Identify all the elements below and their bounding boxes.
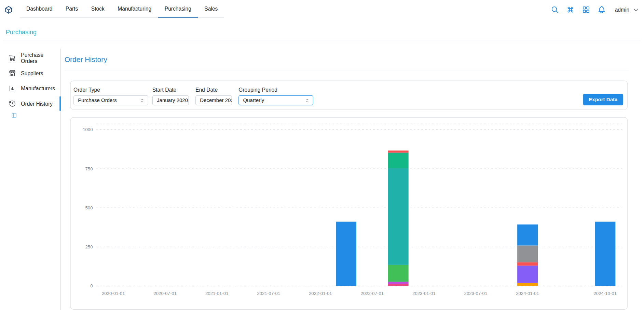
notifications-icon[interactable]: [597, 5, 606, 14]
chart-card: 025050075010002020-01-012020-07-012021-0…: [70, 117, 628, 309]
tab-sales[interactable]: Sales: [198, 0, 224, 17]
sidebar-item-label: Manufacturers: [21, 85, 55, 91]
sidebar-item-label: Suppliers: [21, 70, 43, 76]
sidebar-item-purchase-orders[interactable]: Purchase Orders: [3, 51, 60, 65]
app-logo-icon[interactable]: [4, 5, 13, 14]
y-axis-label: 0: [71, 283, 93, 288]
x-axis-label: 2020-01-01: [95, 291, 132, 296]
sidebar-item-label: Purchase Orders: [21, 52, 60, 64]
end-date-label: End Date: [195, 87, 232, 93]
shopping-cart-icon: [9, 54, 16, 62]
order-type-label: Order Type: [73, 87, 148, 93]
end-date-input[interactable]: December 2024: [195, 95, 232, 105]
grid-line: [96, 247, 622, 247]
start-date-input[interactable]: January 2020: [152, 95, 189, 105]
x-axis-label: 2022-01-01: [302, 291, 339, 296]
grid-line: [96, 208, 622, 208]
tab-dashboard[interactable]: Dashboard: [20, 0, 59, 17]
grouping-period-value: Quarterly: [243, 98, 264, 103]
y-axis-label: 500: [71, 205, 93, 210]
end-date-group: End Date December 2024: [195, 87, 232, 105]
navbar-actions: admin: [550, 0, 640, 19]
start-date-group: Start Date January 2020: [152, 87, 189, 105]
history-icon: [9, 100, 16, 107]
grouping-period-group: Grouping Period Quarterly: [238, 87, 313, 105]
x-axis-label: 2021-07-01: [250, 291, 287, 296]
bar-segment[interactable]: [517, 262, 538, 266]
chevron-down-icon: [632, 6, 640, 13]
bar-segment[interactable]: [388, 168, 408, 265]
app: DashboardPartsStockManufacturingPurchasi…: [0, 0, 644, 310]
grid-line-top: [96, 124, 622, 124]
bar-segment[interactable]: [517, 245, 538, 262]
x-axis-label: 2021-01-01: [198, 291, 235, 296]
grid-line: [96, 130, 622, 130]
export-data-button[interactable]: Export Data: [583, 94, 623, 105]
command-icon[interactable]: [565, 5, 575, 14]
sidebar-item-order-history[interactable]: Order History: [3, 96, 60, 111]
y-axis-label: 750: [71, 166, 93, 171]
x-axis-label: 2022-07-01: [354, 291, 390, 296]
y-axis-label: 1000: [71, 127, 93, 132]
bar-segment[interactable]: [517, 283, 538, 286]
bar-segment[interactable]: [517, 266, 538, 283]
tab-parts[interactable]: Parts: [59, 0, 85, 17]
selector-icon: [304, 97, 310, 103]
sidebar-collapse-icon[interactable]: [11, 112, 17, 119]
x-axis-label: 2024-01-01: [509, 291, 546, 296]
order-type-value: Purchase Orders: [78, 98, 117, 103]
x-axis-label: 2023-01-01: [406, 291, 442, 296]
bar-segment[interactable]: [388, 151, 408, 153]
selector-icon: [139, 97, 145, 103]
bar-segment[interactable]: [388, 153, 408, 168]
histogram-icon: [9, 85, 16, 92]
bar-segment[interactable]: [517, 225, 538, 245]
main-tabs: DashboardPartsStockManufacturingPurchasi…: [20, 0, 224, 17]
sidebar-item-suppliers[interactable]: Suppliers: [3, 66, 60, 80]
y-axis-label: 250: [71, 244, 93, 249]
x-axis-label: 2024-10-01: [587, 291, 624, 296]
navbar: DashboardPartsStockManufacturingPurchasi…: [0, 0, 644, 19]
grid-line: [96, 169, 622, 169]
sidebar-item-manufacturers[interactable]: Manufacturers: [3, 81, 60, 96]
title-divider: [65, 71, 629, 71]
grid-line: [96, 286, 622, 286]
tab-manufacturing[interactable]: Manufacturing: [111, 0, 158, 17]
sidebar-active-indicator: [59, 96, 61, 111]
filter-panel: Order Type Purchase Orders Start Date Ja…: [70, 81, 628, 110]
scan-icon[interactable]: [581, 5, 591, 14]
x-axis-label: 2023-07-01: [457, 291, 494, 296]
tab-stock[interactable]: Stock: [84, 0, 111, 17]
sidebar-divider: [60, 49, 61, 310]
order-type-group: Order Type Purchase Orders: [73, 87, 148, 105]
search-icon[interactable]: [550, 5, 560, 14]
building-store-icon: [9, 69, 16, 77]
start-date-label: Start Date: [152, 87, 189, 93]
bar-segment[interactable]: [388, 284, 408, 286]
start-date-value: January 2020: [157, 98, 188, 103]
tab-purchasing[interactable]: Purchasing: [158, 0, 198, 17]
bar-segment[interactable]: [388, 282, 408, 284]
sidebar-nav: Purchase OrdersSuppliersManufacturersOrd…: [3, 51, 60, 112]
grouping-period-label: Grouping Period: [238, 87, 313, 93]
breadcrumb-purchasing[interactable]: Purchasing: [6, 28, 37, 35]
bar-segment[interactable]: [336, 222, 357, 286]
x-axis-label: 2020-07-01: [147, 291, 183, 296]
end-date-value: December 2024: [200, 98, 232, 103]
user-menu[interactable]: admin: [615, 6, 640, 13]
bar-segment[interactable]: [388, 265, 408, 282]
grouping-period-select[interactable]: Quarterly: [238, 95, 313, 105]
page-title: Order History: [65, 55, 107, 64]
bar-segment[interactable]: [595, 222, 615, 286]
sidebar-item-label: Order History: [21, 101, 53, 107]
breadcrumb: Purchasing: [3, 23, 641, 41]
order-type-select[interactable]: Purchase Orders: [73, 95, 148, 105]
username: admin: [615, 7, 630, 13]
